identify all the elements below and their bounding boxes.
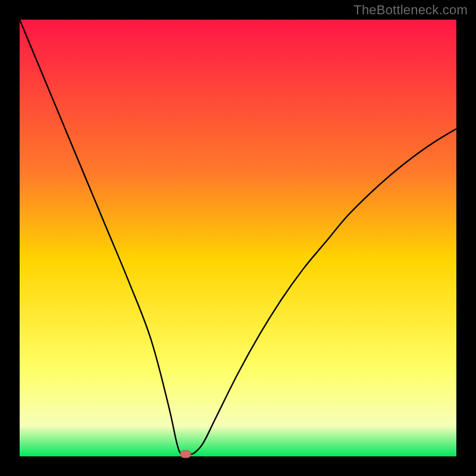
plot-background [20,20,456,456]
watermark-text: TheBottleneck.com [353,2,468,18]
chart-svg [0,0,476,476]
optimum-marker [180,450,191,458]
chart-frame: { "watermark": "TheBottleneck.com", "col… [0,0,476,476]
